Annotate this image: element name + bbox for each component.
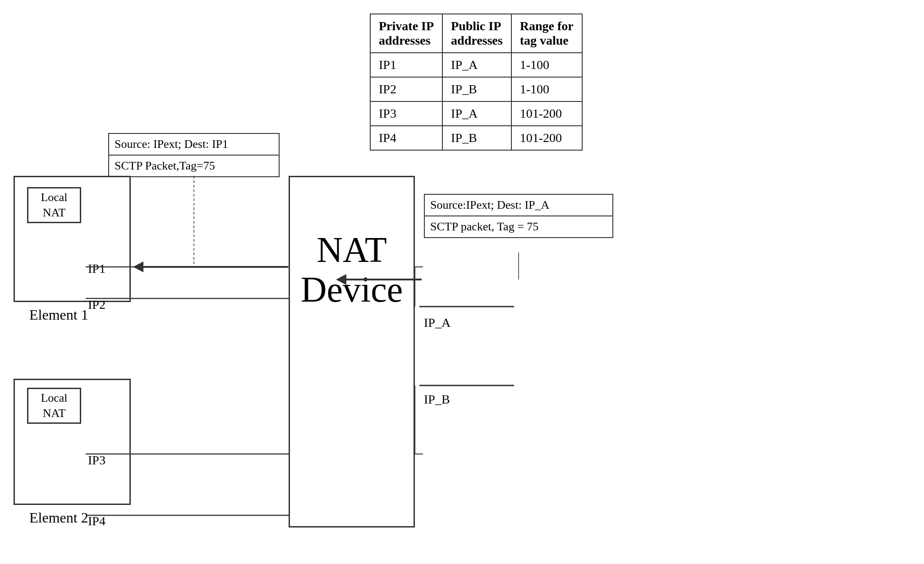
packet-sctp-right: SCTP packet, Tag = 75 [425,216,612,237]
element2-label: Element 2 [29,509,88,526]
packet-sctp: SCTP Packet,Tag=75 [109,156,279,176]
col-header-range: Range fortag value [511,14,582,53]
table-row: IP4 IP_B 101-200 [370,126,582,150]
public-ip: IP_A [442,101,511,126]
range-val: 1-100 [511,53,582,77]
nat-device-box [289,176,415,527]
packet-source-dest: Source: IPext; Dest: IP1 [109,134,279,156]
nat-device-label: NATDevice [295,230,408,309]
col-header-private: Private IPaddresses [370,14,442,53]
svg-marker-1 [133,261,143,272]
nat-mapping-table: Private IPaddresses Public IPaddresses R… [370,14,583,151]
range-val: 101-200 [511,101,582,126]
public-ip: IP_A [442,53,511,77]
packet-info-right: Source:IPext; Dest: IP_A SCTP packet, Ta… [424,194,613,238]
ip4-label: IP4 [88,514,106,528]
table-row: IP2 IP_B 1-100 [370,77,582,101]
ip3-label: IP3 [88,453,106,468]
ipa-label: IP_A [424,316,451,330]
range-val: 1-100 [511,77,582,101]
private-ip: IP3 [370,101,442,126]
element1-label: Element 1 [29,307,88,323]
packet-source-dest-right: Source:IPext; Dest: IP_A [425,195,612,216]
local-nat2-box: LocalNAT [27,388,81,424]
ip2-label: IP2 [88,298,106,312]
range-val: 101-200 [511,126,582,150]
local-nat1-box: LocalNAT [27,187,81,223]
private-ip: IP1 [370,53,442,77]
col-header-public: Public IPaddresses [442,14,511,53]
private-ip: IP4 [370,126,442,150]
ip1-label: IP1 [88,261,106,276]
public-ip: IP_B [442,77,511,101]
public-ip: IP_B [442,126,511,150]
ipb-label: IP_B [424,392,450,407]
packet-info-upper: Source: IPext; Dest: IP1 SCTP Packet,Tag… [108,133,280,177]
private-ip: IP2 [370,77,442,101]
table-row: IP3 IP_A 101-200 [370,101,582,126]
table-row: IP1 IP_A 1-100 [370,53,582,77]
